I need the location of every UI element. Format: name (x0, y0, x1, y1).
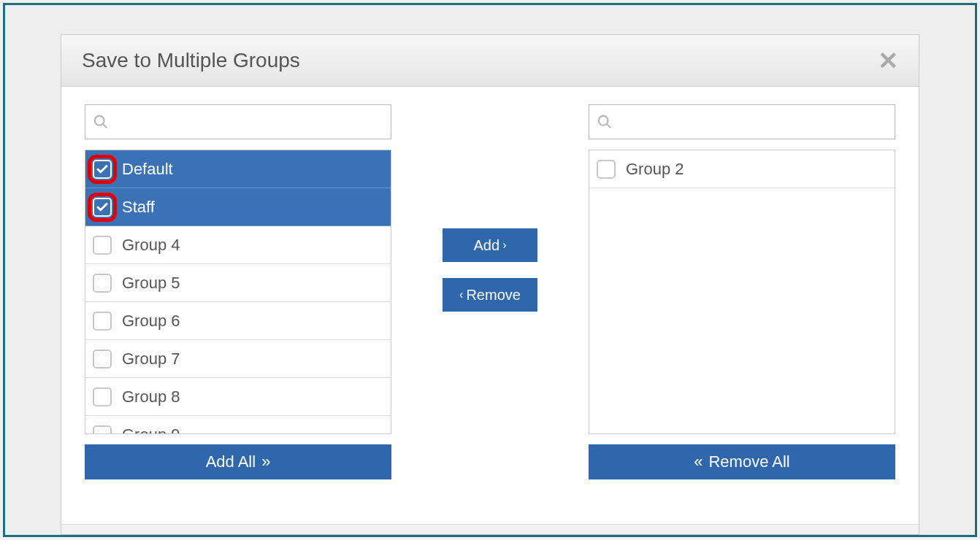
dialog-body: DefaultStaffGroup 4Group 5Group 6Group 7… (61, 87, 919, 524)
list-item[interactable]: Group 6 (85, 302, 391, 340)
svg-line-1 (103, 124, 107, 128)
checkbox[interactable] (93, 350, 112, 369)
checkbox[interactable] (93, 198, 112, 217)
dialog: Save to Multiple Groups ✕ DefaultStaffGr… (61, 34, 919, 535)
chevron-left-icon: ‹ (459, 288, 463, 301)
checkbox[interactable] (93, 274, 112, 293)
list-item-label: Group 6 (122, 312, 180, 331)
chevron-double-left-icon (694, 452, 703, 471)
list-item-label: Group 9 (122, 425, 180, 435)
checkbox[interactable] (93, 160, 112, 179)
add-all-button[interactable]: Add All (85, 444, 391, 479)
chevron-double-right-icon (261, 452, 270, 471)
chevron-right-icon: › (502, 239, 506, 252)
dialog-footer (61, 524, 919, 534)
search-icon (93, 114, 109, 130)
list-item-label: Group 5 (122, 274, 180, 293)
list-item[interactable]: Group 5 (85, 264, 391, 302)
svg-line-3 (607, 124, 611, 128)
svg-point-0 (95, 116, 104, 126)
remove-label: Remove (466, 287, 520, 304)
svg-point-2 (599, 116, 608, 126)
list-item[interactable]: Group 8 (85, 378, 391, 416)
available-groups-column: DefaultStaffGroup 4Group 5Group 6Group 7… (85, 104, 391, 524)
add-button[interactable]: Add › (443, 228, 537, 262)
list-item-label: Group 2 (626, 160, 684, 179)
list-item-label: Default (122, 160, 173, 179)
add-label: Add (474, 237, 500, 254)
list-item-label: Group 4 (122, 236, 180, 255)
selected-search-input[interactable] (619, 114, 887, 131)
checkbox[interactable] (93, 425, 112, 435)
list-item-label: Group 7 (122, 350, 180, 369)
list-item[interactable]: Group 7 (85, 340, 391, 378)
selected-search-box[interactable] (589, 104, 895, 139)
checkbox[interactable] (597, 160, 616, 179)
transfer-controls: Add › ‹ Remove (399, 104, 581, 524)
list-item-label: Staff (122, 198, 155, 217)
list-item[interactable]: Group 4 (85, 226, 391, 264)
checkbox[interactable] (93, 387, 112, 406)
checkbox[interactable] (93, 236, 112, 255)
selected-groups-column: Group 2 Remove All (589, 104, 895, 524)
remove-button[interactable]: ‹ Remove (443, 278, 537, 312)
remove-all-button[interactable]: Remove All (589, 444, 895, 479)
add-all-label: Add All (206, 452, 256, 471)
dialog-title: Save to Multiple Groups (82, 49, 300, 72)
remove-all-label: Remove All (708, 452, 789, 471)
dialog-header: Save to Multiple Groups ✕ (61, 35, 919, 87)
outer-frame: Save to Multiple Groups ✕ DefaultStaffGr… (3, 3, 977, 537)
checkbox[interactable] (93, 312, 112, 331)
close-icon[interactable]: ✕ (878, 48, 898, 73)
list-item[interactable]: Staff (85, 188, 391, 226)
selected-groups-list[interactable]: Group 2 (589, 150, 895, 434)
available-search-box[interactable] (85, 104, 391, 139)
available-groups-list[interactable]: DefaultStaffGroup 4Group 5Group 6Group 7… (85, 150, 391, 434)
list-item-label: Group 8 (122, 387, 180, 406)
list-item[interactable]: Group 9 (85, 416, 391, 434)
search-icon (597, 114, 613, 130)
available-search-input[interactable] (115, 114, 383, 131)
list-item[interactable]: Default (85, 150, 391, 188)
list-item[interactable]: Group 2 (589, 150, 895, 188)
